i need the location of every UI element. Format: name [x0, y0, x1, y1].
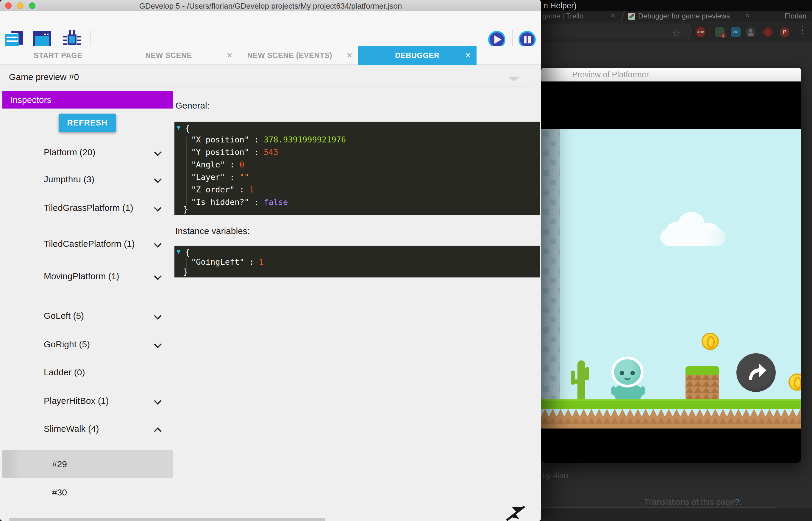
json-row: GoingLeft : 1 [191, 256, 264, 268]
close-icon[interactable]: ✕ [226, 51, 233, 60]
chevron-down-icon[interactable] [154, 149, 161, 156]
json-row: Y position : 543 [191, 146, 346, 159]
onetab-badge: 1 [721, 33, 726, 38]
game-viewport[interactable] [541, 129, 801, 429]
object-group-tiledgrassplatform[interactable]: TiledGrassPlatform (1) [2, 201, 173, 219]
close-icon[interactable]: ✕ [465, 51, 471, 60]
json-row: Angle : 0 [191, 159, 346, 171]
bookmark-star-icon[interactable]: ☆ [672, 27, 681, 39]
object-group-platform[interactable]: Platform (20) [2, 145, 173, 163]
macos-titlebar[interactable]: GDevelop 5 - /Users/florian/GDevelop pro… [0, 0, 541, 11]
chevron-down-icon[interactable] [154, 272, 161, 280]
instance-variables-section-label: Instance variables: [175, 226, 250, 236]
cactus-sprite [571, 360, 591, 401]
object-group-jumpthru[interactable]: Jumpthru (3) [2, 173, 173, 190]
address-bar[interactable]: ☆ [535, 24, 690, 39]
profile-icon[interactable] [746, 27, 755, 37]
screenshot-stage: n Helper) game | Trello ✕ Debugger for g… [0, 0, 812, 521]
preview-popup-body [541, 82, 801, 463]
ground-grass [541, 399, 801, 409]
macos-menubar-fragment: n Helper) [541, 0, 812, 11]
json-row: Z order : 1 [191, 183, 346, 196]
mouse-cursor-icon [506, 505, 526, 521]
tab-new-scene-events[interactable]: NEW SCENE (EVENTS) ✕ [238, 46, 358, 65]
page-author-text: by 4ian [542, 471, 568, 480]
chevron-down-icon[interactable] [154, 204, 161, 211]
tab-start-page[interactable]: START PAGE [0, 46, 116, 65]
editor-tab-bar: START PAGE NEW SCENE ✕ NEW SCENE (EVENTS… [0, 46, 541, 65]
browser-tab-debugger[interactable]: Debugger for game previews [638, 12, 730, 20]
page-bottom-band [541, 508, 812, 521]
chevron-down-icon[interactable] [154, 397, 161, 404]
tab-new-scene[interactable]: NEW SCENE ✕ [116, 46, 238, 65]
preview-popup-title: Preview of Platformer [572, 68, 649, 82]
tab-divider [620, 11, 625, 21]
chevron-down-icon[interactable] [154, 176, 161, 183]
translations-link[interactable]: ? [734, 497, 740, 506]
dirt-zigzag [541, 418, 801, 424]
castle-wall [541, 129, 560, 408]
page-translations-text: Translations of this page?: [583, 497, 803, 507]
browser-menu-icon[interactable]: ⋮ [798, 25, 807, 35]
pocket-extension-icon[interactable]: P [780, 27, 789, 37]
gdevelop-window: GDevelop 5 - /Users/florian/GDevelop pro… [0, 0, 541, 521]
gdevelop-favicon-icon [628, 13, 635, 20]
grass-platform-block [685, 366, 719, 400]
chevron-up-icon[interactable] [154, 427, 161, 435]
tree-guide-line [186, 137, 187, 205]
object-group-tiledcastleplatform[interactable]: TiledCastlePlatform (1) [2, 237, 173, 255]
new-window-icon[interactable] [33, 31, 51, 48]
browser-toolbar: ☆ ABP 1 Sc P ⋮ [541, 21, 812, 42]
chevron-down-icon[interactable] [154, 312, 161, 319]
object-group-slimewalk[interactable]: SlimeWalk (4) [2, 422, 173, 440]
onetab-icon[interactable]: 1 [715, 27, 725, 37]
gdevelop-toolbar [0, 11, 541, 46]
debug-icon[interactable] [63, 30, 81, 48]
browser-tab-trello[interactable]: game | Trello [542, 12, 583, 20]
instance-row-29-selected[interactable]: #29 [2, 450, 173, 478]
close-icon[interactable]: ✕ [610, 12, 616, 20]
red-extension-icon[interactable] [763, 27, 773, 37]
object-group-ladder[interactable]: Ladder (0) [2, 365, 173, 383]
general-section-label: General: [175, 100, 210, 111]
window-title: GDevelop 5 - /Users/florian/GDevelop pro… [0, 1, 541, 11]
coin-sprite [789, 373, 801, 391]
jump-arrow-button[interactable] [736, 353, 776, 392]
pause-button[interactable] [518, 31, 536, 48]
object-group-goleft[interactable]: GoLeft (5) [2, 309, 173, 327]
menubar-app-name-fragment: n Helper) [543, 1, 577, 10]
preview-popup-header[interactable]: Preview of Platformer [541, 68, 801, 82]
chevron-down-icon[interactable] [154, 240, 161, 247]
json-row: X position : 378.9391999921976 [191, 134, 346, 146]
browser-profile-name[interactable]: Florian [785, 12, 806, 20]
browser-tab-strip: game | Trello ✕ Debugger for game previe… [541, 11, 812, 21]
json-row: Is hidden? : false [191, 196, 346, 208]
cloud-sprite [660, 212, 726, 245]
coin-sprite [702, 333, 719, 350]
tab-debugger-active[interactable]: DEBUGGER ✕ [358, 46, 476, 65]
object-group-goright[interactable]: GoRight (5) [2, 338, 173, 355]
close-icon[interactable]: ✕ [346, 51, 353, 60]
chevron-down-icon[interactable] [508, 77, 520, 82]
adblock-plus-icon[interactable]: ABP [696, 27, 705, 37]
json-row: Layer : "" [191, 171, 346, 183]
collapse-caret-icon[interactable]: ▼ [177, 124, 180, 131]
object-group-movingplatform[interactable]: MovingPlatform (1) [2, 269, 173, 287]
general-json-view[interactable]: ▼ { X position : 378.9391999921976 Y pos… [174, 122, 540, 215]
close-icon[interactable]: ✕ [745, 12, 750, 20]
collapse-caret-icon[interactable]: ▼ [177, 248, 180, 255]
instance-variables-json-view[interactable]: ▼ { GoingLeft : 1 } [174, 246, 540, 277]
curved-arrow-icon [744, 360, 768, 384]
scratch-extension-icon[interactable]: Sc [731, 27, 741, 37]
divider [9, 87, 533, 87]
refresh-button[interactable]: REFRESH [59, 114, 116, 132]
project-manager-icon[interactable] [5, 31, 24, 48]
horizontal-scrollbar[interactable] [9, 518, 325, 521]
chevron-down-icon[interactable] [154, 340, 161, 348]
object-group-playerhitbox[interactable]: PlayerHitBox (1) [2, 394, 173, 412]
ground-zigzag [541, 409, 801, 416]
inspectors-header[interactable]: Inspectors [2, 91, 173, 109]
play-button[interactable] [488, 31, 506, 48]
game-preview-heading: Game preview #0 [9, 72, 79, 82]
instance-row-30[interactable]: #30 [2, 478, 173, 506]
